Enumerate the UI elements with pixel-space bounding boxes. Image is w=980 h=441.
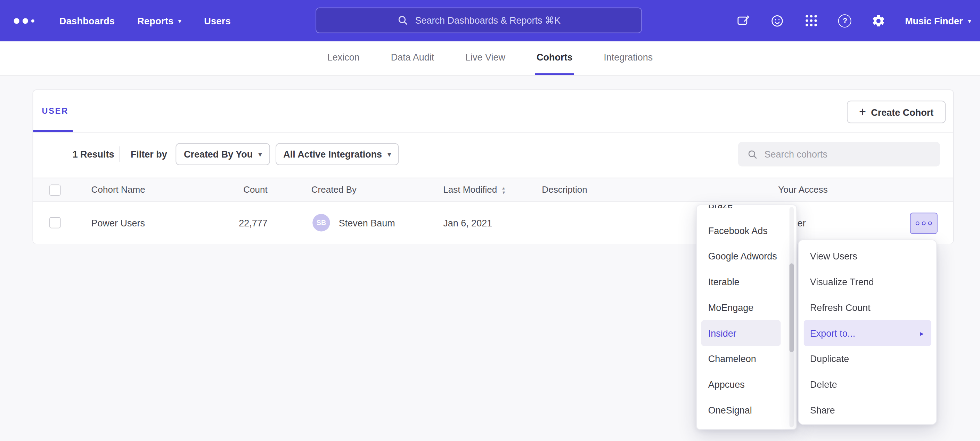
avatar: SB — [312, 214, 330, 231]
menu-item-refresh-count[interactable]: Refresh Count — [799, 295, 936, 320]
question-glyph: ? — [843, 16, 847, 25]
cohorts-card: USER + Create Cohort 1 Results Filter by… — [33, 89, 954, 244]
search-cohorts-placeholder: Search cohorts — [765, 149, 827, 160]
tab-live-view[interactable]: Live View — [464, 42, 506, 75]
top-nav: Dashboards Reports ▾ Users Search Dashbo… — [0, 0, 980, 42]
search-icon — [397, 14, 409, 26]
settings-gear-icon[interactable] — [871, 13, 886, 28]
menu-item-export-to[interactable]: Export to... ▸ — [804, 320, 931, 346]
cohort-name-link[interactable]: Power Users — [91, 202, 145, 244]
row-checkbox[interactable] — [49, 217, 60, 228]
integrations-filter-label: All Active Integrations — [283, 149, 382, 160]
divider — [119, 146, 120, 162]
create-cohort-button[interactable]: + Create Cohort — [847, 101, 946, 123]
logo-dot — [14, 18, 19, 23]
col-your-access: Your Access — [778, 178, 828, 202]
feedback-smiley-icon[interactable] — [770, 13, 785, 28]
section-tabs: Lexicon Data Audit Live View Cohorts Int… — [0, 42, 980, 76]
chevron-down-icon: ▾ — [258, 150, 262, 158]
search-icon — [747, 149, 758, 160]
tab-lexicon[interactable]: Lexicon — [326, 42, 361, 75]
table-header: Cohort Name Count Created By Last Modifi… — [33, 178, 953, 202]
export-destinations-menu: Braze Facebook Ads Google Adwords Iterab… — [697, 205, 797, 430]
menu-item-insider[interactable]: Insider — [701, 320, 781, 346]
mixpanel-logo-icon[interactable] — [14, 18, 34, 23]
nav-users[interactable]: Users — [204, 15, 231, 26]
plus-icon: + — [859, 105, 866, 117]
project-switcher[interactable]: Music Finder ▾ — [905, 15, 971, 26]
tab-data-audit[interactable]: Data Audit — [390, 42, 436, 75]
created-by-filter-label: Created By You — [184, 149, 253, 160]
cohort-count: 22,777 — [208, 202, 267, 244]
submenu-arrow-icon: ▸ — [920, 329, 924, 337]
nav-reports[interactable]: Reports ▾ — [137, 15, 181, 26]
nav-dashboards[interactable]: Dashboards — [59, 15, 115, 26]
col-description: Description — [542, 178, 587, 202]
tab-cohorts[interactable]: Cohorts — [535, 42, 574, 75]
logo-dot — [22, 18, 28, 23]
project-name: Music Finder — [905, 15, 963, 26]
chevron-down-icon: ▾ — [388, 150, 391, 158]
menu-item-moengage[interactable]: MoEngage — [697, 295, 796, 320]
global-search-placeholder: Search Dashboards & Reports ⌘K — [415, 14, 560, 26]
last-modified-value: Jan 6, 2021 — [443, 202, 492, 244]
create-cohort-label: Create Cohort — [871, 107, 934, 118]
main-nav: Dashboards Reports ▾ Users — [59, 15, 231, 26]
filter-row: 1 Results Filter by Created By You ▾ All… — [33, 142, 953, 166]
top-right-cluster: ? Music Finder ▾ — [737, 0, 971, 42]
menu-item-appcues[interactable]: Appcues — [697, 371, 796, 397]
col-created-by: Created By — [311, 178, 356, 202]
chevron-down-icon: ▾ — [968, 17, 971, 24]
created-by-filter-dropdown[interactable]: Created By You ▾ — [175, 143, 270, 165]
sort-icon[interactable]: ▴▾ — [502, 186, 504, 195]
menu-item-facebook-ads[interactable]: Facebook Ads — [697, 218, 796, 243]
menu-item-view-users[interactable]: View Users — [799, 243, 936, 269]
help-icon[interactable]: ? — [837, 13, 853, 28]
integrations-filter-dropdown[interactable]: All Active Integrations ▾ — [275, 143, 399, 165]
report-edit-icon[interactable] — [737, 13, 751, 28]
scrollbar-thumb[interactable] — [789, 263, 794, 352]
page-body: USER + Create Cohort 1 Results Filter by… — [0, 76, 980, 441]
tab-integrations[interactable]: Integrations — [603, 42, 654, 75]
app-root: Dashboards Reports ▾ Users Search Dashbo… — [0, 0, 980, 441]
menu-item-google-adwords[interactable]: Google Adwords — [697, 243, 796, 269]
menu-item-braze[interactable]: Braze — [697, 205, 796, 218]
menu-item-delete[interactable]: Delete — [799, 371, 936, 397]
created-by-value: Steven Baum — [339, 202, 395, 244]
col-cohort-name: Cohort Name — [91, 178, 145, 202]
last-modified-label: Last Modified — [443, 185, 497, 195]
nav-reports-label: Reports — [137, 15, 173, 26]
menu-item-visualize-trend[interactable]: Visualize Trend — [799, 269, 936, 295]
more-options-icon — [916, 222, 920, 225]
export-to-label: Export to... — [810, 328, 855, 339]
menu-item-iterable[interactable]: Iterable — [697, 269, 796, 295]
col-last-modified: Last Modified▴▾ — [443, 178, 504, 202]
select-all-checkbox[interactable] — [49, 185, 60, 196]
apps-grid-icon[interactable] — [804, 13, 819, 28]
logo-dot — [31, 19, 34, 22]
table-row: Power Users 22,777 SB Steven Baum Jan 6,… — [33, 202, 953, 244]
cohort-context-menu: View Users Visualize Trend Refresh Count… — [798, 240, 937, 425]
more-options-button[interactable] — [910, 213, 938, 234]
filter-by-label: Filter by — [130, 142, 167, 166]
results-count: 1 Results — [73, 142, 115, 166]
menu-item-chameleon[interactable]: Chameleon — [697, 346, 796, 372]
menu-item-share[interactable]: Share — [799, 397, 936, 423]
menu-item-duplicate[interactable]: Duplicate — [799, 346, 936, 372]
global-search-input[interactable]: Search Dashboards & Reports ⌘K — [315, 8, 642, 34]
col-count: Count — [208, 178, 267, 202]
export-destinations-list: Braze Facebook Ads Google Adwords Iterab… — [697, 205, 796, 423]
search-cohorts-input[interactable]: Search cohorts — [738, 142, 940, 166]
tab-user-cohorts[interactable]: USER — [42, 106, 68, 116]
divider — [33, 132, 953, 133]
chevron-down-icon: ▾ — [178, 17, 181, 24]
menu-item-onesignal[interactable]: OneSignal — [697, 397, 796, 423]
